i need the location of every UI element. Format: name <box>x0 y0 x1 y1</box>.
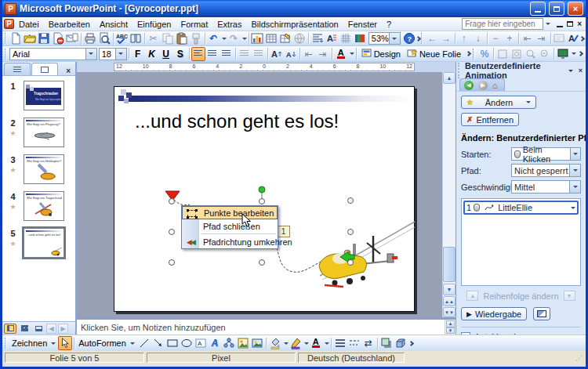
toolbar-grip[interactable] <box>5 33 6 44</box>
menu-hilfe[interactable]: ? <box>382 19 396 30</box>
italic-button[interactable]: K <box>145 47 159 61</box>
toolbar-grip[interactable] <box>473 49 475 60</box>
slide-thumbnail-4[interactable]: 4★ Wie fliegt ein Tragschrauber? <box>2 191 75 221</box>
reorder-up-button[interactable]: ▲ <box>466 291 478 301</box>
language-indicator[interactable]: Deutsch (Deutschland) <box>298 353 405 363</box>
tab-slides[interactable] <box>31 63 58 75</box>
thumbnail-image[interactable]: Tragschrauber Wie fliegt ein Gyrocopter? <box>24 81 64 110</box>
slide-thumbnail-5[interactable]: 5★ ...und schon geht es los! <box>2 228 75 258</box>
previous-slide-button[interactable]: ▲▲ <box>443 296 456 306</box>
select-objects-button[interactable] <box>58 336 72 350</box>
size-dropdown-button[interactable] <box>115 49 126 60</box>
zoom-combobox[interactable]: 53% <box>368 32 401 45</box>
save-button[interactable] <box>37 31 51 45</box>
pane-close-icon[interactable]: × <box>579 67 583 74</box>
slide-thumbnail-1[interactable]: 1 Tragschrauber Wie fliegt ein Gyrocopte… <box>2 81 75 110</box>
arrow-button[interactable] <box>151 336 165 350</box>
print-button[interactable] <box>83 31 97 45</box>
tab-outline[interactable] <box>4 63 31 75</box>
font-color-dropdown-icon[interactable] <box>350 52 354 55</box>
motion-path-start[interactable] <box>174 200 190 205</box>
numbered-list-button[interactable] <box>238 47 252 61</box>
decrease-indent-button[interactable]: ⇤ <box>302 47 316 61</box>
open-button[interactable] <box>23 31 37 45</box>
font-dropdown-button[interactable] <box>85 49 96 60</box>
start-combobox[interactable]: Beim Klicken <box>511 147 581 161</box>
draw-font-color-dropdown-icon[interactable] <box>325 342 329 345</box>
underline-button[interactable]: U <box>159 47 173 61</box>
increase-font-button[interactable]: A <box>270 47 284 61</box>
doc-restore-icon[interactable] <box>567 21 573 27</box>
tables-borders-button[interactable] <box>278 31 292 45</box>
increase-indent-button[interactable]: ⇥ <box>316 47 330 61</box>
close-button[interactable]: × <box>568 2 583 16</box>
move-up-button[interactable]: ↑ <box>457 31 471 45</box>
dash-style-button[interactable] <box>347 336 361 350</box>
toolbar-grip[interactable] <box>5 338 7 349</box>
item-dropdown-icon[interactable] <box>571 207 575 209</box>
email-button[interactable] <box>65 31 79 45</box>
next-slide-button[interactable]: ▼▼ <box>443 307 456 317</box>
start-dropdown-button[interactable] <box>570 148 580 160</box>
align-left-button[interactable] <box>191 47 205 61</box>
design-button[interactable]: Design <box>358 47 404 61</box>
rectangle-button[interactable] <box>165 336 180 350</box>
menu-item-reverse-path[interactable]: ◀◀ Pfadrichtung umkehren <box>182 235 278 248</box>
new-slide-button[interactable]: Neue Folie <box>404 47 464 61</box>
notes-scrollbar[interactable]: ▲ ▼ <box>445 320 456 335</box>
wordart-button[interactable]: A <box>208 336 222 350</box>
slideshow-view-button[interactable] <box>32 324 45 334</box>
cut-button[interactable]: ✂ <box>147 31 161 45</box>
speed-dropdown-button[interactable] <box>569 181 580 193</box>
forward-icon[interactable]: ▶ <box>478 81 488 90</box>
scrollbar-thumb[interactable] <box>443 247 456 282</box>
frame-button-2[interactable] <box>510 47 524 61</box>
shadow-style-button[interactable] <box>379 336 394 350</box>
bold-button[interactable]: F <box>131 47 145 61</box>
bullet-list-button[interactable] <box>252 47 266 61</box>
font-color-button[interactable]: A <box>334 47 348 61</box>
frame-button-1[interactable] <box>495 47 510 61</box>
toolbar-options-chevron[interactable] <box>408 342 416 345</box>
color-grayscale-button[interactable] <box>353 31 367 45</box>
pane-menu-dropdown-icon[interactable] <box>568 70 573 72</box>
slide-thumbnail-2[interactable]: 2★ Wie fliegt ein Flugzeug? <box>2 118 75 147</box>
insert-picture-button[interactable] <box>250 336 264 350</box>
remove-animation-button[interactable]: ✗ Entfernen <box>461 113 519 126</box>
home-icon[interactable]: ⌂ <box>492 81 498 90</box>
close-pane-icon[interactable]: × <box>63 67 74 75</box>
resize-grip-icon[interactable]: ⋰ <box>575 354 583 362</box>
textbox-button[interactable]: A <box>194 336 208 350</box>
redo-dropdown-icon[interactable] <box>242 38 247 40</box>
copy-button[interactable] <box>161 31 175 45</box>
doc-close-icon[interactable]: × <box>577 20 582 28</box>
thumbnail-image[interactable]: ...und schon geht es los! <box>24 228 64 258</box>
frame-button-4[interactable] <box>538 47 552 61</box>
menu-bildschirmpraesentation[interactable]: Bildschirmpräsentation <box>246 19 343 30</box>
demote-button[interactable]: → <box>439 31 453 45</box>
toolbar-grip[interactable] <box>5 49 7 60</box>
rotation-handle[interactable] <box>259 186 265 193</box>
fill-color-button[interactable] <box>268 336 282 350</box>
slide-thumbnail-3[interactable]: 3★ Wie fliegt ein Helikopter? <box>2 154 75 184</box>
line-color-button[interactable] <box>289 336 303 350</box>
insert-table-button[interactable] <box>264 31 278 45</box>
menu-extras[interactable]: Extras <box>212 19 246 30</box>
slide[interactable]: ...und schon geht es los! <box>114 86 415 312</box>
back-icon[interactable]: ◀ <box>464 81 474 90</box>
slide-sorter-view-button[interactable] <box>18 324 31 334</box>
paste-button[interactable] <box>175 31 189 45</box>
frame-button-3[interactable] <box>524 47 538 61</box>
toolbar-options-chevron[interactable] <box>464 52 472 56</box>
shadow-button[interactable]: S <box>173 47 187 61</box>
menu-einfuegen[interactable]: Einfügen <box>132 19 176 30</box>
scroll-left-button[interactable]: ◀ <box>46 324 56 334</box>
minimize-button[interactable] <box>530 2 546 16</box>
notes-scroll-up-icon[interactable]: ▲ <box>446 320 455 327</box>
spelling-button[interactable]: ABC <box>114 31 129 45</box>
ask-dropdown-icon[interactable] <box>546 23 550 25</box>
toolbar-options-chevron[interactable] <box>576 52 584 56</box>
move-down-button[interactable]: ↓ <box>471 31 485 45</box>
decrease-font-button[interactable]: A <box>284 47 298 61</box>
print-preview-button[interactable] <box>97 31 111 45</box>
